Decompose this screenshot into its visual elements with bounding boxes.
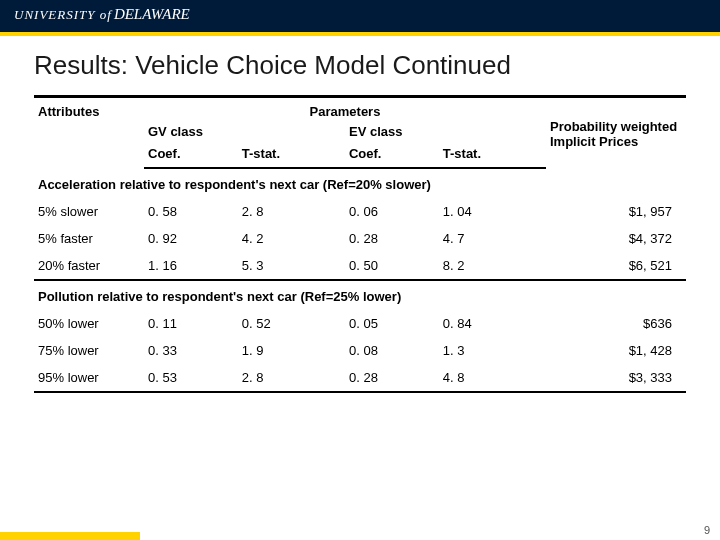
cell-ev-t: 0. 84 (439, 310, 546, 337)
cell-ev-coef: 0. 06 (345, 198, 439, 225)
cell-price: $4, 372 (546, 225, 686, 252)
results-table: Attributes Parameters Probability weight… (34, 95, 686, 393)
cell-ev-coef: 0. 08 (345, 337, 439, 364)
slide-title: Results: Vehicle Choice Model Continued (34, 50, 686, 81)
table-row: 20% faster 1. 16 5. 3 0. 50 8. 2 $6, 521 (34, 252, 686, 280)
table-row: 50% lower 0. 11 0. 52 0. 05 0. 84 $636 (34, 310, 686, 337)
col-gv-tstat: T-stat. (238, 141, 345, 168)
banner-accent-stripe (0, 32, 720, 36)
col-gv-class: GV class (144, 124, 345, 141)
logo-university-of: UNIVERSITY of (14, 7, 112, 23)
cell-gv-coef: 0. 53 (144, 364, 238, 392)
cell-attr: 5% slower (34, 198, 144, 225)
col-ev-class: EV class (345, 124, 546, 141)
cell-gv-t: 4. 2 (238, 225, 345, 252)
cell-gv-coef: 0. 92 (144, 225, 238, 252)
col-ev-coef: Coef. (345, 141, 439, 168)
cell-attr: 75% lower (34, 337, 144, 364)
section-acceleration-title: Acceleration relative to respondent's ne… (34, 168, 686, 198)
cell-gv-t: 5. 3 (238, 252, 345, 280)
cell-ev-coef: 0. 50 (345, 252, 439, 280)
header-row-parameters: Attributes Parameters Probability weight… (34, 97, 686, 125)
cell-ev-t: 4. 7 (439, 225, 546, 252)
cell-ev-coef: 0. 28 (345, 225, 439, 252)
col-prob-weighted: Probability weighted Implicit Prices (546, 97, 686, 169)
col-ev-tstat: T-stat. (439, 141, 546, 168)
cell-ev-coef: 0. 28 (345, 364, 439, 392)
section-acceleration: Acceleration relative to respondent's ne… (34, 168, 686, 198)
table-row: 95% lower 0. 53 2. 8 0. 28 4. 8 $3, 333 (34, 364, 686, 392)
cell-price: $1, 428 (546, 337, 686, 364)
table-row: 5% slower 0. 58 2. 8 0. 06 1. 04 $1, 957 (34, 198, 686, 225)
cell-gv-coef: 1. 16 (144, 252, 238, 280)
cell-gv-t: 2. 8 (238, 364, 345, 392)
cell-ev-t: 1. 3 (439, 337, 546, 364)
cell-attr: 5% faster (34, 225, 144, 252)
col-gv-coef: Coef. (144, 141, 238, 168)
col-attributes: Attributes (34, 97, 144, 169)
university-banner: UNIVERSITY of DELAWARE (0, 0, 720, 36)
cell-ev-t: 8. 2 (439, 252, 546, 280)
cell-price: $3, 333 (546, 364, 686, 392)
section-pollution-title: Pollution relative to respondent's next … (34, 280, 686, 310)
cell-price: $6, 521 (546, 252, 686, 280)
col-parameters: Parameters (144, 97, 546, 125)
section-pollution: Pollution relative to respondent's next … (34, 280, 686, 310)
cell-attr: 20% faster (34, 252, 144, 280)
table-row: 75% lower 0. 33 1. 9 0. 08 1. 3 $1, 428 (34, 337, 686, 364)
cell-attr: 95% lower (34, 364, 144, 392)
footer-accent-bar (0, 532, 140, 540)
cell-gv-t: 2. 8 (238, 198, 345, 225)
cell-gv-coef: 0. 11 (144, 310, 238, 337)
logo-delaware: DELAWARE (114, 6, 190, 23)
cell-ev-t: 4. 8 (439, 364, 546, 392)
page-number: 9 (704, 524, 710, 536)
cell-gv-coef: 0. 33 (144, 337, 238, 364)
cell-gv-coef: 0. 58 (144, 198, 238, 225)
cell-ev-coef: 0. 05 (345, 310, 439, 337)
cell-attr: 50% lower (34, 310, 144, 337)
slide-content: Results: Vehicle Choice Model Continued … (0, 36, 720, 393)
university-logo: UNIVERSITY of DELAWARE (14, 6, 190, 23)
cell-price: $1, 957 (546, 198, 686, 225)
cell-ev-t: 1. 04 (439, 198, 546, 225)
cell-gv-t: 0. 52 (238, 310, 345, 337)
cell-gv-t: 1. 9 (238, 337, 345, 364)
table-row: 5% faster 0. 92 4. 2 0. 28 4. 7 $4, 372 (34, 225, 686, 252)
cell-price: $636 (546, 310, 686, 337)
